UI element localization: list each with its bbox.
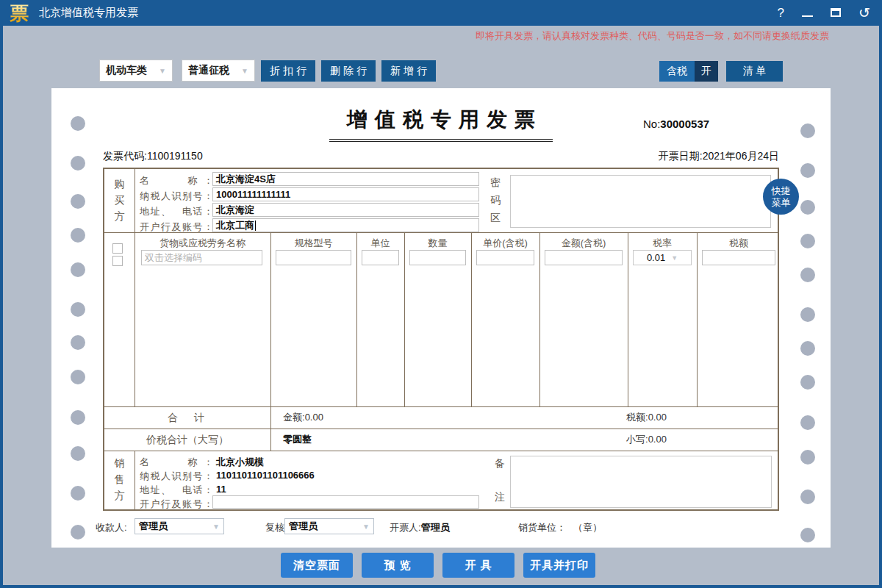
perforation-dot [800,268,815,282]
reviewer-select[interactable]: 管理员 ▼ [284,518,374,534]
totals-tax: 税额:0.00 [626,406,667,429]
perforation-dot [71,194,85,209]
perforation-dot [800,200,815,215]
perforation-dot [71,302,85,317]
issue-and-print-button[interactable]: 开具并打印 [523,553,595,578]
clear-invoice-button[interactable]: 清空票面 [281,553,353,578]
column-header-amount: 金额(含税) [539,237,628,250]
window-frame-right [879,26,882,588]
perforation-dot [71,486,85,501]
perforation-dot [800,163,815,178]
app-title: 北京增值税专用发票 [39,6,138,20]
buyer-side-label: 购 买 方 [104,169,135,232]
perforation-dot [800,375,815,390]
chevron-down-icon: ▼ [362,523,370,531]
window-frame-bottom [0,585,882,588]
perforation-dot [800,307,815,322]
list-button[interactable]: 清 单 [726,61,783,82]
amount-input[interactable] [545,250,623,265]
buyer-bank-label: 开户行及账号： [140,220,213,234]
buyer-name-input[interactable]: 北京海淀4S店 [212,172,479,186]
seller-bank-label: 开户行及账号： [140,498,213,511]
table-divider [404,232,405,406]
perforation-dot [71,262,85,277]
reviewer-value: 管理员 [289,520,318,533]
maximize-icon[interactable] [831,8,841,17]
column-header-tax: 税额 [697,237,781,250]
table-divider [539,232,540,406]
invoice-sheet: 增值税专用发票 No:30000537 发票代码:1100191150 开票日期… [51,88,831,548]
buyer-name-label: 名 称： [140,174,213,187]
buyer-taxid-label: 纳税人识别号： [140,190,213,203]
remark-box[interactable] [510,456,772,508]
table-divider [697,232,698,406]
qty-input[interactable] [409,250,466,265]
column-header-qty: 数量 [404,237,471,250]
tax-amount-input[interactable] [702,250,775,265]
quick-menu-button[interactable]: 快捷 菜单 [763,179,799,215]
table-divider [135,169,135,232]
perforation-dot [800,341,815,356]
seller-address-label: 地址、 电话： [140,484,213,497]
perforation-dot [800,123,815,138]
title-bar: 票 北京增值税专用发票 ? ↺ [0,0,882,26]
spec-input[interactable] [276,250,351,265]
column-header-rate: 税率 [628,237,697,250]
row-checkbox[interactable] [112,256,123,266]
perforation-dot [800,415,815,430]
restore-icon[interactable]: ↺ [858,7,870,19]
perforation-dot [800,234,815,248]
buyer-taxid-input[interactable]: 100011111111111 [212,187,479,201]
totals-amount: 金额:0.00 [283,406,323,429]
seller-bank-input[interactable] [212,495,479,509]
buyer-address-input[interactable]: 北京海淀 [212,203,479,217]
preview-button[interactable]: 预 览 [362,553,434,578]
seller-taxid-label: 纳税人识别号： [140,470,213,483]
tax-rate-select[interactable]: 0.01 ▼ [633,250,692,265]
amount-in-figures: 小写:0.00 [626,429,667,451]
perforation-dot [71,228,85,243]
table-divider [270,232,271,406]
perforation-dot [71,410,85,425]
row-checkbox[interactable] [112,243,123,254]
text-caret [255,220,256,231]
tax-rate-value: 0.01 [647,252,665,263]
buyer-bank-input[interactable]: 北京工商 [212,218,479,232]
column-header-unit: 单位 [356,237,404,250]
delete-row-button[interactable]: 删 除 行 [321,60,376,82]
perforation-dot [71,525,85,539]
invoice-category-select[interactable]: 机动车类 ▼ [99,60,173,82]
help-icon[interactable]: ? [778,7,784,19]
tax-mode-select[interactable]: 普通征税 ▼ [182,60,255,82]
table-divider [135,232,135,406]
invoice-code: 发票代码:1100191150 [103,150,203,163]
perforation-dot [71,446,85,461]
column-header-spec: 规格型号 [270,237,356,250]
unit-input[interactable] [362,250,399,265]
perforation-dot [71,116,85,131]
table-divider [270,406,271,451]
amount-in-words-value: 零圆整 [283,429,312,451]
discount-row-button[interactable]: 折 扣 行 [261,60,315,82]
chevron-down-icon: ▼ [212,523,220,531]
password-area-label: 密 码 区 [488,176,503,225]
minimize-icon[interactable] [802,15,813,17]
table-divider [471,232,472,406]
invoice-title: 增值税专用发票 [329,106,553,142]
table-divider [356,232,357,406]
price-input[interactable] [476,250,534,265]
amount-in-words-label: 价税合计（大写） [104,429,270,451]
add-row-button[interactable]: 新 增 行 [381,60,436,82]
password-area-box[interactable] [510,175,771,228]
issue-button[interactable]: 开 具 [442,553,514,578]
perforation-dot [800,528,815,542]
table-divider [628,232,628,406]
tax-included-toggle[interactable]: 含税 开 [659,61,718,82]
goods-name-input[interactable]: 双击选择编码 [141,250,262,265]
seller-name-value: 北京小规模 [216,456,264,469]
seller-taxid-value: 1101101101101106666 [216,470,315,481]
notice-message: 即将开具发票，请认真核对发票种类、代码、号码是否一致，如不同请更换纸质发票 [0,26,882,46]
payee-value: 管理员 [139,520,168,533]
payee-select[interactable]: 管理员 ▼ [135,518,224,534]
tax-mode-value: 普通征税 [188,64,229,77]
